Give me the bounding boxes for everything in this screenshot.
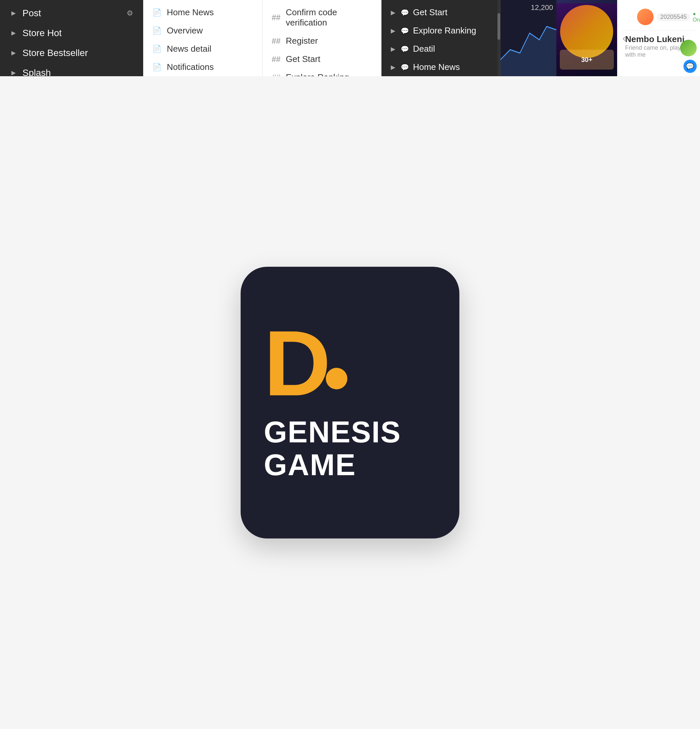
doc-icon-1: 📄 bbox=[152, 8, 161, 17]
arrow-icon: ► bbox=[10, 9, 17, 17]
chat-icon-4: 💬 bbox=[401, 63, 409, 71]
dark-nav-label-2: Explore Ranking bbox=[413, 26, 476, 36]
icon-confirm: Confirm code verification bbox=[286, 7, 372, 28]
arrow-icon-2: ► bbox=[10, 29, 17, 38]
chat-avatar-small bbox=[680, 40, 697, 56]
scroll-indicator bbox=[498, 0, 500, 76]
dark-nav-explore-ranking[interactable]: ▶ 💬 Explore Ranking bbox=[382, 22, 500, 40]
dark-nav-label-1: Get Start bbox=[413, 7, 447, 17]
logo-dot-circle bbox=[326, 368, 347, 389]
logo-genesis: GENESIS bbox=[264, 416, 401, 449]
back-arrow-icon[interactable]: ‹ bbox=[622, 32, 626, 44]
nav-news-detail: News detail bbox=[167, 44, 211, 54]
settings-icon[interactable]: ⚙ bbox=[126, 9, 133, 17]
icon-item-get-start[interactable]: ## Get Start bbox=[263, 50, 381, 68]
user-id: 20205545 bbox=[657, 13, 690, 21]
chat-user-header: 20205545 ● Online bbox=[620, 3, 697, 31]
dark-nav-deatil[interactable]: ▶ 💬 Deatil bbox=[382, 40, 500, 58]
dark-nav-get-start[interactable]: ▶ 💬 Get Start bbox=[382, 3, 500, 22]
dark-nav-home-news[interactable]: ▶ 💬 Home News bbox=[382, 58, 500, 76]
chat-btn-icon: 💬 bbox=[686, 62, 694, 70]
dark-nav-label-3: Deatil bbox=[413, 44, 435, 54]
sidebar-item-post[interactable]: ► Post ⚙ bbox=[0, 3, 143, 23]
doc-icon-4: 📄 bbox=[152, 63, 161, 71]
logo-card: D GENESIS GAME bbox=[241, 267, 459, 539]
sidebar-item-store-hot[interactable]: ► Store Hot bbox=[0, 23, 143, 43]
icon-register: Register bbox=[286, 36, 318, 46]
scroll-thumb bbox=[498, 13, 500, 40]
chat-user-info: 20205545 ● Online bbox=[657, 11, 700, 23]
nav-overview: Overview bbox=[167, 26, 202, 36]
chat-icon-3: 💬 bbox=[401, 45, 409, 53]
dark-nav-label-4: Home News bbox=[413, 62, 460, 72]
panel-chat: ‹ 20205545 ● Online Nembo Lukeni Friend … bbox=[617, 0, 700, 76]
icon-get-start: Get Start bbox=[286, 54, 320, 64]
panel-icon-list: ## Confirm code verification ## Register… bbox=[263, 0, 382, 76]
chat-icon-2: 💬 bbox=[401, 27, 409, 35]
icon-item-register[interactable]: ## Register bbox=[263, 32, 381, 50]
sidebar-item-store-bestseller[interactable]: ► Store Bestseller bbox=[0, 43, 143, 63]
logo-mark: D bbox=[264, 324, 347, 402]
panel-dark-nav: ▶ 💬 Get Start ▶ 💬 Explore Ranking ▶ 💬 De… bbox=[382, 0, 501, 76]
logo-text-block: GENESIS GAME bbox=[264, 416, 401, 481]
icon-item-confirm[interactable]: ## Confirm code verification bbox=[263, 3, 381, 32]
store-bestseller-label: Store Bestseller bbox=[23, 48, 88, 58]
nav-notifications: Notifications bbox=[167, 62, 214, 72]
doc-icon-2: 📄 bbox=[152, 26, 161, 35]
chart-svg bbox=[501, 0, 556, 76]
logo-letter-d: D bbox=[264, 324, 331, 402]
play-icon-4: ▶ bbox=[391, 64, 395, 71]
main-content: D GENESIS GAME bbox=[0, 76, 700, 729]
post-label: Post bbox=[23, 8, 41, 19]
nav-item-notifications[interactable]: 📄 Notifications bbox=[143, 58, 262, 76]
panel-nav: 📄 Home News 📄 Overview 📄 News detail 📄 N… bbox=[143, 0, 262, 76]
store-hot-label: Store Hot bbox=[23, 28, 62, 38]
doc-icon-3: 📄 bbox=[152, 45, 161, 53]
chat-avatar bbox=[637, 9, 654, 25]
nav-item-news-detail[interactable]: 📄 News detail bbox=[143, 40, 262, 58]
chat-action-btn[interactable]: 💬 bbox=[683, 60, 697, 73]
nav-item-overview[interactable]: 📄 Overview bbox=[143, 22, 262, 40]
nav-item-home-news[interactable]: 📄 Home News bbox=[143, 3, 262, 22]
play-icon-1: ▶ bbox=[391, 9, 395, 16]
online-indicator: ● Online bbox=[693, 11, 700, 23]
nav-home-news: Home News bbox=[167, 7, 214, 17]
app-preview-bg: 30+ bbox=[556, 0, 617, 76]
hash-icon-3: ## bbox=[272, 55, 281, 64]
panel-app-preview: 30+ bbox=[556, 0, 617, 76]
panel-sidebar: ► Post ⚙ ► Store Hot ► Store Bestseller … bbox=[0, 0, 143, 76]
play-icon-2: ▶ bbox=[391, 27, 395, 35]
chat-icon-1: 💬 bbox=[401, 9, 409, 17]
panel-chart: 12,200 bbox=[501, 0, 556, 76]
play-icon-3: ▶ bbox=[391, 45, 395, 53]
hash-icon-2: ## bbox=[272, 36, 281, 46]
top-panels-row: ► Post ⚙ ► Store Hot ► Store Bestseller … bbox=[0, 0, 700, 76]
hash-icon-1: ## bbox=[272, 13, 281, 22]
game-badge: 30+ bbox=[581, 56, 592, 64]
logo-game: GAME bbox=[264, 449, 401, 481]
arrow-icon-3: ► bbox=[10, 49, 17, 57]
